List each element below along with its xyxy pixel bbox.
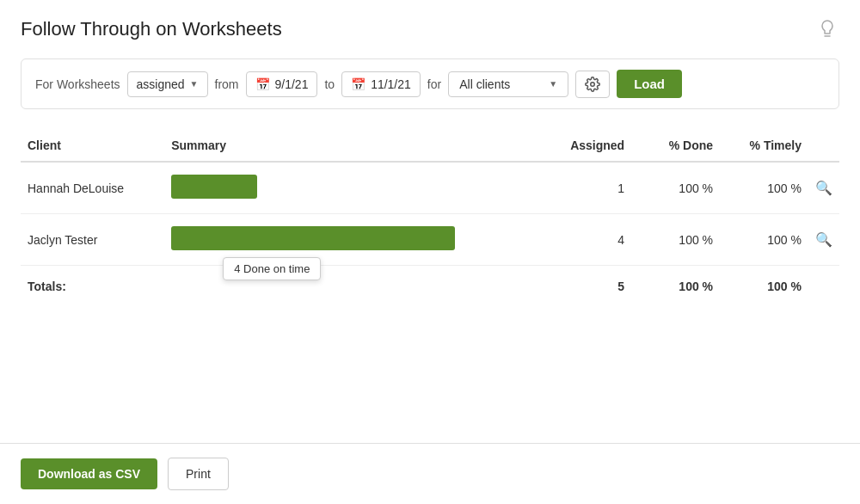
assigned-value: assigned [137, 77, 185, 91]
totals-label: Totals: [21, 266, 164, 308]
footer: Download as CSV Print [0, 443, 860, 504]
assigned-cell: 4 [543, 214, 631, 266]
calendar-icon-2: 📅 [351, 77, 366, 91]
gear-settings-button[interactable] [575, 71, 610, 98]
client-name-cell: Hannah DeLouise [21, 162, 164, 214]
download-csv-button[interactable]: Download as CSV [21, 458, 157, 489]
progress-bar [171, 226, 455, 250]
to-label: to [324, 77, 335, 91]
bar-container[interactable]: 4 Done on time [171, 226, 455, 250]
bar-container[interactable] [171, 175, 257, 199]
pct-timely-cell: 100 % [720, 162, 808, 214]
clients-value: All clients [459, 77, 510, 91]
to-date-value: 11/1/21 [371, 77, 411, 91]
table-header-row: Client Summary Assigned % Done % Timely [21, 130, 839, 162]
page-header: Follow Through on Worksheets [21, 17, 839, 41]
load-button[interactable]: Load [617, 70, 682, 98]
client-name-cell: Jaclyn Tester [21, 214, 164, 266]
from-date-input[interactable]: 📅 9/1/21 [246, 71, 318, 97]
client-col-header: Client [21, 130, 164, 162]
pct-timely-col-header: % Timely [720, 130, 808, 162]
chevron-down-icon: ▼ [190, 79, 199, 89]
search-icon[interactable]: 🔍 [815, 232, 832, 247]
print-button[interactable]: Print [168, 458, 229, 490]
summary-bar-cell: 4 Done on time [164, 214, 543, 266]
chevron-down-icon-2: ▼ [549, 79, 557, 89]
totals-summary-empty [164, 266, 543, 308]
for-label2: for [427, 77, 441, 91]
gear-icon [585, 77, 600, 92]
table-row: Jaclyn Tester4 Done on time4100 %100 %🔍 [21, 214, 839, 266]
assigned-cell: 1 [543, 162, 631, 214]
bulb-icon-button[interactable] [815, 17, 839, 41]
svg-point-0 [591, 82, 595, 86]
summary-bar-cell [164, 162, 543, 214]
pct-done-col-header: % Done [631, 130, 720, 162]
data-table: Client Summary Assigned % Done % Timely … [21, 130, 839, 307]
summary-col-header: Summary [164, 130, 543, 162]
totals-assigned: 5 [543, 266, 631, 308]
pct-done-cell: 100 % [631, 162, 720, 214]
assigned-dropdown[interactable]: assigned ▼ [127, 71, 208, 97]
totals-pct-timely: 100 % [720, 266, 808, 308]
calendar-icon: 📅 [255, 77, 270, 91]
from-date-value: 9/1/21 [275, 77, 309, 91]
search-icon-cell[interactable]: 🔍 [808, 214, 839, 266]
table-row: Hannah DeLouise1100 %100 %🔍 [21, 162, 839, 214]
to-date-input[interactable]: 📅 11/1/21 [341, 71, 421, 97]
clients-dropdown[interactable]: All clients ▼ [448, 71, 568, 97]
for-worksheets-label: For Worksheets [35, 77, 120, 91]
assigned-col-header: Assigned [543, 130, 631, 162]
page-title: Follow Through on Worksheets [21, 18, 282, 40]
progress-bar [171, 175, 257, 199]
tooltip: 4 Done on time [223, 257, 321, 280]
pct-done-cell: 100 % [631, 214, 720, 266]
pct-timely-cell: 100 % [720, 214, 808, 266]
totals-row: Totals:5100 %100 % [21, 266, 839, 308]
search-icon-cell[interactable]: 🔍 [808, 162, 839, 214]
filter-bar: For Worksheets assigned ▼ from 📅 9/1/21 … [21, 58, 839, 109]
totals-pct-done: 100 % [631, 266, 720, 308]
search-icon[interactable]: 🔍 [815, 181, 832, 195]
totals-search-blank [808, 266, 839, 308]
from-label: from [215, 77, 239, 91]
